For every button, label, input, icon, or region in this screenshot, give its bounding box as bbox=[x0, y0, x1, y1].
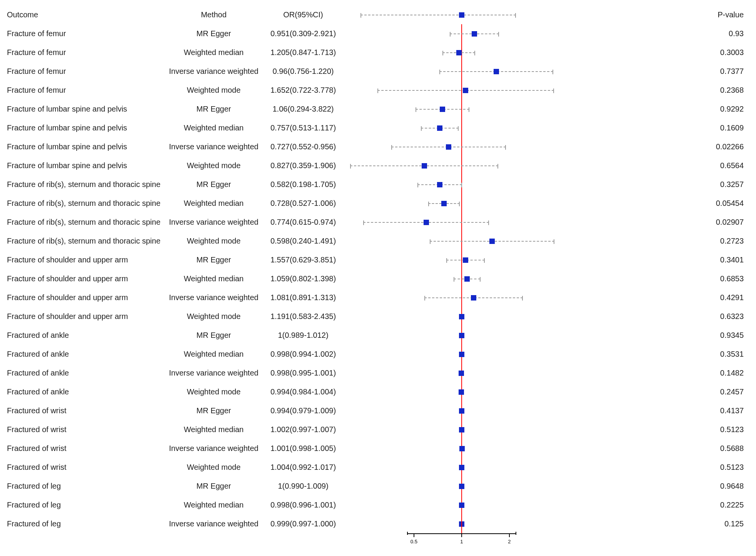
data-row: Fracture of femurWeighted mode1.652(0.72… bbox=[7, 81, 748, 100]
forest-plot-cell bbox=[344, 232, 557, 250]
or-ci-cell: 1.081(0.891-1.313) bbox=[263, 293, 344, 302]
forest-plot-cell bbox=[344, 345, 557, 364]
outcome-cell: Fractured of leg bbox=[7, 501, 165, 509]
or-ci-cell: 1(0.989-1.012) bbox=[263, 331, 344, 340]
outcome-cell: Fracture of femur bbox=[7, 67, 165, 76]
or-ci-cell: 1.059(0.802-1.398) bbox=[263, 274, 344, 283]
x-axis: 0.512 bbox=[344, 533, 557, 552]
forest-plot-cell bbox=[344, 194, 557, 213]
point-estimate bbox=[459, 12, 464, 18]
pvalue-cell: 0.3401 bbox=[557, 255, 748, 264]
outcome-cell: Fractured of wrist bbox=[7, 425, 165, 434]
method-cell: MR Egger bbox=[165, 255, 263, 264]
or-ci-cell: 1(0.990-1.009) bbox=[263, 482, 344, 491]
axis-tick-label: 2 bbox=[508, 539, 511, 544]
outcome-cell: Fracture of shoulder and upper arm bbox=[7, 255, 165, 264]
pvalue-cell: 0.1609 bbox=[557, 124, 748, 132]
or-ci-cell: 0.727(0.552-0.956) bbox=[263, 142, 344, 151]
forest-plot-cell bbox=[344, 439, 557, 458]
point-estimate bbox=[489, 239, 495, 244]
or-ci-cell: 0.582(0.198-1.705) bbox=[263, 180, 344, 189]
pvalue-cell: 0.6564 bbox=[557, 161, 748, 170]
data-row: Fractured of wristWeighted mode1.004(0.9… bbox=[7, 458, 748, 477]
point-estimate bbox=[440, 107, 445, 112]
method-cell: Weighted mode bbox=[165, 312, 263, 321]
header-row: OutcomeMethodOR(95%CI)P-value bbox=[7, 5, 748, 24]
or-ci-cell: 0.951(0.309-2.921) bbox=[263, 29, 344, 38]
forest-plot-cell bbox=[344, 175, 557, 194]
outcome-cell: Fractured of wrist bbox=[7, 406, 165, 415]
or-ci-cell: 0.827(0.359-1.906) bbox=[263, 161, 344, 170]
point-estimate bbox=[459, 446, 465, 451]
forest-plot-cell bbox=[344, 307, 557, 326]
forest-plot-cell bbox=[344, 420, 557, 439]
outcome-cell: Fracture of shoulder and upper arm bbox=[7, 274, 165, 283]
outcome-cell: Fracture of femur bbox=[7, 48, 165, 57]
data-row: Fracture of femurMR Egger0.951(0.309-2.9… bbox=[7, 24, 748, 43]
forest-plot-cell bbox=[344, 43, 557, 62]
pvalue-cell: 0.02266 bbox=[557, 142, 748, 151]
pvalue-cell: P-value bbox=[557, 10, 748, 19]
point-estimate bbox=[456, 50, 462, 55]
forest-plot-cell bbox=[344, 326, 557, 345]
outcome-cell: Fractured of ankle bbox=[7, 387, 165, 396]
point-estimate bbox=[463, 88, 468, 93]
forest-plot-cell bbox=[344, 382, 557, 401]
method-cell: Weighted median bbox=[165, 425, 263, 434]
method-cell: Weighted mode bbox=[165, 463, 263, 472]
forest-plot-cell bbox=[344, 477, 557, 496]
data-row: Fracture of shoulder and upper armWeight… bbox=[7, 269, 748, 288]
forest-plot-cell bbox=[344, 62, 557, 81]
method-cell: Inverse variance weighted bbox=[165, 369, 263, 377]
forest-plot-cell bbox=[344, 137, 557, 156]
data-row: Fracture of femurWeighted median1.205(0.… bbox=[7, 43, 748, 62]
method-cell: MR Egger bbox=[165, 331, 263, 340]
outcome-cell: Fractured of ankle bbox=[7, 369, 165, 377]
or-ci-cell: 0.999(0.997-1.000) bbox=[263, 519, 344, 528]
forest-plot-cell bbox=[344, 514, 557, 533]
outcome-cell: Fracture of lumbar spine and pelvis bbox=[7, 161, 165, 170]
forest-plot-cell bbox=[344, 288, 557, 307]
axis-tick-label: 1 bbox=[460, 539, 463, 544]
point-estimate bbox=[422, 163, 427, 169]
reference-line bbox=[461, 194, 462, 213]
axis-row: 0.512 bbox=[7, 533, 748, 552]
data-row: Fracture of rib(s), sternum and thoracic… bbox=[7, 175, 748, 194]
outcome-cell: Fracture of femur bbox=[7, 29, 165, 38]
data-row: Fracture of lumbar spine and pelvisWeigh… bbox=[7, 156, 748, 175]
outcome-cell: Fractured of wrist bbox=[7, 444, 165, 453]
data-row: Fracture of lumbar spine and pelvisWeigh… bbox=[7, 119, 748, 137]
point-estimate bbox=[459, 389, 464, 395]
point-estimate bbox=[459, 352, 464, 357]
point-estimate bbox=[437, 182, 442, 187]
or-ci-cell: 1.205(0.847-1.713) bbox=[263, 48, 344, 57]
pvalue-cell: 0.2368 bbox=[557, 86, 748, 95]
or-ci-cell: 1.652(0.722-3.778) bbox=[263, 86, 344, 95]
method-cell: MR Egger bbox=[165, 180, 263, 189]
point-estimate bbox=[459, 465, 464, 470]
outcome-cell: Fracture of lumbar spine and pelvis bbox=[7, 124, 165, 132]
pvalue-cell: 0.4291 bbox=[557, 293, 748, 302]
pvalue-cell: 0.9292 bbox=[557, 105, 748, 114]
method-cell: Method bbox=[165, 10, 263, 19]
point-estimate bbox=[459, 314, 464, 319]
method-cell: Weighted mode bbox=[165, 161, 263, 170]
point-estimate bbox=[494, 69, 499, 74]
outcome-cell: Fracture of rib(s), sternum and thoracic… bbox=[7, 199, 165, 208]
or-ci-cell: 0.998(0.994-1.002) bbox=[263, 350, 344, 359]
data-row: Fracture of rib(s), sternum and thoracic… bbox=[7, 213, 748, 232]
outcome-cell: Outcome bbox=[7, 10, 165, 19]
method-cell: Inverse variance weighted bbox=[165, 444, 263, 453]
forest-plot-cell bbox=[344, 458, 557, 477]
point-estimate bbox=[424, 220, 429, 225]
outcome-cell: Fracture of lumbar spine and pelvis bbox=[7, 105, 165, 114]
method-cell: Weighted median bbox=[165, 199, 263, 208]
point-estimate bbox=[459, 408, 464, 414]
forest-plot-cell bbox=[344, 5, 557, 24]
or-ci-cell: 0.998(0.995-1.001) bbox=[263, 369, 344, 377]
point-estimate bbox=[459, 484, 464, 489]
data-row: Fracture of shoulder and upper armInvers… bbox=[7, 288, 748, 307]
method-cell: Weighted mode bbox=[165, 387, 263, 396]
data-row: Fractured of ankleInverse variance weigh… bbox=[7, 364, 748, 382]
forest-plot-cell bbox=[344, 269, 557, 288]
